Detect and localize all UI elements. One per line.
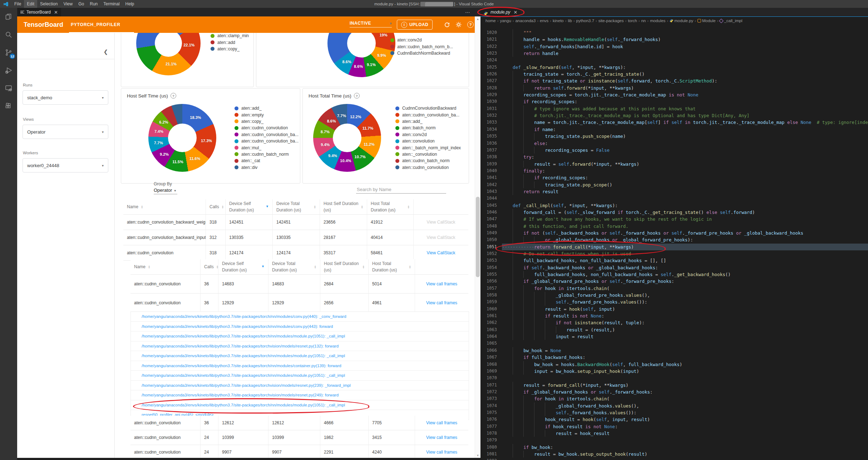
call-frame-link[interactable]: /home/yangu/anaconda3/envs/kineto/lib/py… [142, 344, 339, 348]
breadcrumb-yangu[interactable]: yangu [500, 19, 511, 23]
column-header[interactable]: Name▲▼ [130, 259, 200, 274]
line-number[interactable]: 1077 [480, 423, 497, 430]
tab-module-py[interactable]: module.py ✕ [480, 8, 521, 16]
menu-terminal[interactable]: Terminal [100, 0, 122, 8]
line-number[interactable]: 1031 [480, 105, 497, 112]
line-number[interactable]: 1074 [480, 402, 497, 409]
breadcrumb-module[interactable]: Module [697, 19, 716, 23]
line-number[interactable]: 1080 [480, 444, 497, 451]
line-number[interactable]: 1035 [480, 133, 497, 140]
breadcrumb-kineto[interactable]: kineto [553, 19, 564, 23]
line-number[interactable]: 1025 [480, 64, 497, 71]
menu-selection[interactable]: Selection [37, 0, 60, 8]
workers-select[interactable]: worker0_24448▾ [23, 158, 108, 172]
code-editor[interactable]: 1020 """1021 handle = hooks.RemovableHan… [480, 25, 868, 460]
line-number[interactable]: 1060 [480, 306, 497, 312]
call-frame-link[interactable]: /home/yangu/anaconda3/envs/kineto/lib/py… [142, 373, 345, 378]
breadcrumb-modules[interactable]: modules [650, 19, 665, 23]
call-frame-link[interactable]: /home/yangu/anaconda3/envs/kineto/lib/py… [142, 364, 341, 368]
call-frame-link[interactable]: /home/yangu/anaconda3/envs/kineto/lib/py… [142, 383, 351, 388]
line-number[interactable]: 1056 [480, 278, 497, 285]
help-icon[interactable]: ? [467, 21, 474, 28]
search-input[interactable] [356, 186, 446, 194]
line-number[interactable]: 1071 [480, 382, 497, 389]
line-number[interactable]: 1029 [480, 91, 497, 98]
column-header[interactable]: Device Total Duration (us)▲▼ [272, 199, 320, 214]
call-frame-link[interactable]: /home/yangu/anaconda3/envs/kineto/lib/py… [142, 314, 346, 319]
views-select[interactable]: Operator▾ [23, 125, 108, 139]
scroll-up-icon[interactable]: ▲ [475, 16, 480, 21]
line-number[interactable]: 1069 [480, 368, 497, 375]
line-number[interactable]: 1067 [480, 354, 497, 361]
column-header[interactable]: Host Total Duration (us)▲▼ [367, 199, 413, 214]
line-number[interactable]: 1022 [480, 43, 497, 50]
remote-explorer-icon[interactable] [0, 79, 17, 97]
breadcrumb-torch[interactable]: torch [628, 19, 637, 23]
line-number[interactable]: 1028 [480, 85, 497, 91]
line-number[interactable]: 1062 [480, 319, 497, 326]
breadcrumb-python3-7[interactable]: python3.7 [576, 19, 595, 23]
call-frame-link[interactable]: /home/yangu/anaconda3/envs/kineto/lib/py… [142, 354, 345, 358]
column-header[interactable]: Host Total Duration (us)▲▼ [368, 259, 415, 274]
line-number[interactable]: 1054 [480, 264, 497, 271]
breadcrumb-home[interactable]: home [485, 19, 496, 23]
line-number[interactable]: 1057 [480, 285, 497, 292]
line-number[interactable]: 1023 [480, 50, 497, 57]
line-number[interactable]: 1073 [480, 395, 497, 402]
menu-go[interactable]: Go [75, 0, 87, 8]
tab-tensorboard[interactable]: TensorBoard ✕ [17, 8, 61, 16]
line-number[interactable]: 1065 [480, 340, 497, 347]
refresh-icon[interactable] [443, 21, 450, 28]
line-number[interactable]: 1082 [480, 458, 497, 460]
call-frame-link[interactable]: /home/yangu/anaconda3/envs/kineto/lib/py… [142, 403, 345, 407]
line-number[interactable]: 1026 [480, 71, 497, 78]
line-number[interactable]: 1051 [480, 244, 497, 250]
column-header[interactable]: Device Self Duration (us)▼ [225, 199, 272, 214]
line-number[interactable]: 1072 [480, 389, 497, 395]
call-frame-link[interactable]: /home/yangu/anaconda3/envs/kineto/lib/py… [142, 334, 345, 338]
line-number[interactable]: 1061 [480, 312, 497, 319]
status-dropdown[interactable]: INACTIVE▾ [350, 21, 392, 28]
search-icon[interactable] [0, 26, 17, 44]
more-actions-icon[interactable]: ⋯ [465, 8, 470, 16]
menu-file[interactable]: File [11, 0, 24, 8]
column-header[interactable]: Device Self Duration (us)▼ [218, 259, 268, 274]
line-number[interactable]: 1064 [480, 333, 497, 340]
line-number[interactable]: 1070 [480, 375, 497, 381]
line-number[interactable]: 1047 [480, 216, 497, 222]
line-number[interactable]: 1042 [480, 181, 497, 188]
collapse-chevron-icon[interactable]: ❮ [103, 49, 108, 55]
source-control-icon[interactable]: 12 [0, 44, 17, 61]
line-number[interactable]: 1058 [480, 292, 497, 299]
call-frame-link[interactable]: /home/yangu/anaconda3/envs/kineto/lib/py… [142, 393, 339, 397]
line-number[interactable]: 1030 [480, 98, 497, 105]
line-number[interactable]: 1040 [480, 168, 497, 174]
line-number[interactable]: 1048 [480, 223, 497, 230]
line-number[interactable]: 1076 [480, 416, 497, 423]
scrollbar-thumb[interactable] [476, 197, 480, 277]
group-by-select[interactable]: Operator▾ [154, 188, 177, 194]
breadcrumb-nn[interactable]: nn [641, 19, 646, 23]
line-number[interactable]: 1041 [480, 174, 497, 181]
column-header[interactable]: Calls▲▼ [200, 259, 218, 274]
breadcrumb-envs[interactable]: envs [540, 19, 548, 23]
line-number[interactable]: 1027 [480, 78, 497, 84]
line-number[interactable]: 1078 [480, 430, 497, 437]
upload-button[interactable]: iUPLOAD [397, 20, 433, 30]
view-call-frames-link[interactable]: View call frames [426, 300, 457, 305]
breadcrumb--call-impl[interactable]: _call_impl [720, 19, 742, 23]
line-number[interactable]: 1046 [480, 209, 497, 216]
line-number[interactable]: 1081 [480, 451, 497, 458]
line-number[interactable]: 1055 [480, 271, 497, 278]
line-number[interactable]: 1024 [480, 57, 497, 64]
line-number[interactable]: 1053 [480, 257, 497, 264]
line-number[interactable]: 1044 [480, 195, 497, 202]
view-callstack-link[interactable]: View CallStack [427, 250, 455, 255]
extensions-icon[interactable] [0, 97, 17, 115]
line-number[interactable]: 1066 [480, 347, 497, 354]
view-call-frames-link[interactable]: View call frames [426, 435, 457, 440]
line-number[interactable]: 1075 [480, 409, 497, 416]
column-header[interactable]: Device Total Duration (us)▲▼ [268, 259, 320, 274]
line-number[interactable]: 1052 [480, 250, 497, 257]
explorer-icon[interactable] [0, 8, 17, 26]
